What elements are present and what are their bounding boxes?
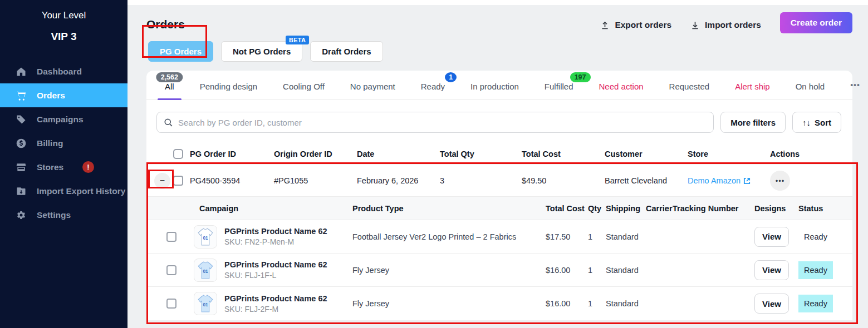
item-qty: 1 [588, 299, 606, 308]
all-count-badge: 2,562 [156, 72, 183, 82]
col-date: Date [357, 150, 440, 158]
product-sku: SKU: FLJ-2F-M [224, 305, 327, 314]
product-thumbnail: 01 [194, 292, 217, 315]
col-total-qty: Total Qty [440, 150, 522, 158]
sidebar-item-label: Import Export History [37, 186, 125, 196]
col-shipping: Shipping [606, 204, 646, 213]
tab-draft-orders[interactable]: Draft Orders [310, 41, 382, 62]
col-designs: Designs [754, 204, 798, 213]
store-icon [15, 161, 27, 173]
product-name: PGPrints Product Name 62 [224, 294, 327, 303]
svg-text:01: 01 [203, 302, 208, 307]
order-date: February 6, 2026 [357, 176, 440, 185]
tab-on-hold[interactable]: On hold [783, 82, 838, 100]
stores-alert-badge: ! [82, 161, 94, 173]
sidebar-item-label: Billing [37, 138, 63, 148]
product-name: PGPrints Product Name 62 [224, 227, 327, 236]
row-checkbox[interactable] [173, 176, 183, 186]
tab-in-production[interactable]: In production [458, 82, 532, 100]
sidebar-item-label: Dashboard [37, 67, 82, 77]
search-icon [164, 118, 173, 127]
search-input[interactable] [178, 118, 707, 127]
upload-icon [600, 21, 610, 30]
tab-requested[interactable]: Requested [656, 82, 723, 100]
more-filters-button[interactable]: More filters [720, 112, 786, 133]
svg-text:01: 01 [203, 236, 208, 241]
sidebar-item-settings[interactable]: Settings [0, 203, 127, 227]
item-checkbox[interactable] [166, 299, 176, 309]
item-checkbox[interactable] [166, 265, 176, 275]
product-sku: SKU: FN2-P-Men-M [224, 237, 327, 246]
view-designs-button[interactable]: View [754, 227, 789, 247]
select-all-checkbox[interactable] [173, 149, 183, 159]
orders-table-header: PG Order ID Origin Order ID Date Total Q… [146, 143, 852, 165]
product-thumbnail: 01 [194, 259, 217, 282]
order-row: − PG4500-3594 #PG1055 February 6, 2026 3… [146, 165, 852, 196]
pg-order-id: PG4500-3594 [190, 176, 274, 185]
item-total-cost: $16.00 [546, 266, 588, 275]
item-checkbox[interactable] [166, 232, 176, 242]
sidebar-item-orders[interactable]: Orders [0, 83, 127, 107]
tab-pending-design[interactable]: Pending design [187, 82, 270, 100]
tab-no-payment[interactable]: No payment [337, 82, 408, 100]
view-designs-button[interactable]: View [754, 260, 789, 280]
sidebar-item-import-export-history[interactable]: Import Export History [0, 179, 127, 203]
product-type: Fly Jersey [352, 299, 546, 308]
tab-ready[interactable]: 1 Ready [408, 82, 458, 100]
search-box [156, 112, 714, 133]
line-items-header: Campaign Product Type Total Cost Qty Shi… [146, 196, 852, 220]
tags-icon [15, 113, 27, 126]
col-li-total-cost: Total Cost [546, 204, 588, 213]
sidebar-item-stores[interactable]: Stores ! [0, 155, 127, 179]
store-link[interactable]: Demo Amazon [688, 176, 770, 185]
status-tabs: 2,562 All Pending design Cooling Off No … [146, 71, 852, 100]
import-orders-button[interactable]: Import orders [690, 20, 761, 30]
product-name: PGPrints Product Name 62 [224, 260, 327, 269]
jersey-icon: 01 [195, 260, 215, 280]
main-content: Orders Export orders Import orders Creat… [127, 0, 868, 328]
col-qty: Qty [588, 204, 606, 213]
item-qty: 1 [588, 232, 606, 241]
export-orders-button[interactable]: Export orders [600, 20, 671, 30]
sort-icon: ↑↓ [802, 118, 811, 127]
item-status: Ready [798, 295, 833, 312]
sidebar-item-dashboard[interactable]: Dashboard [0, 59, 127, 83]
product-type: Football Jersey Ver2 Logo Printed – 2 Fa… [352, 232, 546, 241]
line-item-row: 01 PGPrints Product Name 62 SKU: FLJ-2F-… [146, 287, 852, 320]
jersey-icon: 01 [195, 227, 215, 247]
sidebar: Your Level VIP 3 Dashboard Orders Campai… [0, 0, 127, 328]
tab-all[interactable]: 2,562 All [152, 82, 187, 100]
col-origin-order-id: Origin Order ID [274, 150, 357, 158]
sidebar-item-billing[interactable]: Billing [0, 131, 127, 155]
col-total-cost: Total Cost [522, 150, 605, 158]
tabs-more-icon[interactable]: ••• [837, 81, 868, 100]
sidebar-item-campaigns[interactable]: Campaigns [0, 107, 127, 131]
collapse-row-button[interactable]: − [154, 173, 170, 189]
view-designs-button[interactable]: View [754, 294, 789, 314]
top-strip [127, 0, 868, 5]
product-type: Fly Jersey [352, 266, 546, 275]
sort-button[interactable]: ↑↓ Sort [792, 112, 841, 133]
origin-order-id: #PG1055 [274, 176, 357, 185]
create-order-button[interactable]: Create order [780, 12, 852, 33]
tab-need-action[interactable]: Need action [586, 82, 656, 100]
level-value: VIP 3 [0, 31, 127, 43]
filter-row: More filters ↑↓ Sort [146, 100, 852, 143]
col-pg-order-id: PG Order ID [190, 150, 274, 158]
col-carrier: Carrier [646, 204, 673, 213]
tab-pg-orders[interactable]: PG Orders [148, 41, 213, 62]
col-customer: Customer [605, 150, 688, 158]
col-store: Store [688, 150, 770, 158]
tab-fulfilled[interactable]: 197 Fulfilled [532, 82, 586, 100]
tab-alert-ship[interactable]: Alert ship [722, 82, 783, 100]
sidebar-item-label: Stores [37, 162, 63, 172]
item-status: Ready [798, 228, 833, 246]
page-title: Orders [146, 18, 185, 31]
col-status: Status [798, 204, 852, 213]
tab-cooling-off[interactable]: Cooling Off [270, 82, 337, 100]
col-tracking-number: Tracking Number [673, 204, 754, 213]
row-actions-button[interactable]: ••• [770, 171, 790, 191]
tab-not-pg-orders[interactable]: Not PG Orders BETA [221, 41, 302, 62]
product-sku: SKU: FLJ-1F-L [224, 271, 327, 280]
gear-icon [15, 209, 27, 221]
